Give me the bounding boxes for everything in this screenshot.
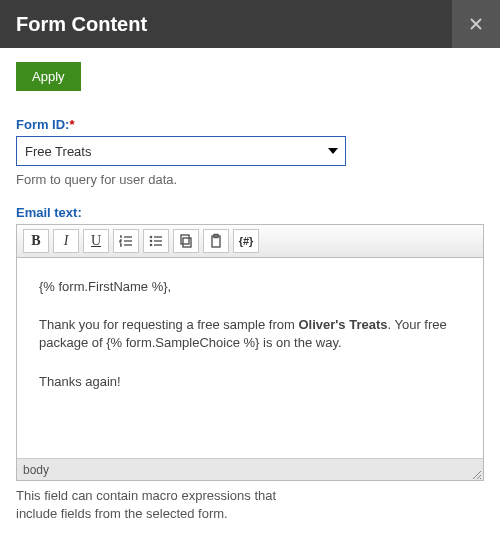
insert-macro-button[interactable]: {#} [233, 229, 259, 253]
apply-button[interactable]: Apply [16, 62, 81, 91]
svg-rect-12 [181, 235, 189, 244]
underline-button[interactable]: U [83, 229, 109, 253]
resize-icon [471, 469, 481, 479]
copy-icon [178, 233, 194, 249]
form-id-select[interactable]: Free Treats [16, 136, 346, 166]
email-signoff: Thanks again! [39, 373, 461, 391]
email-text-help: This field can contain macro expressions… [16, 487, 484, 522]
editor-status-bar: body [17, 458, 483, 480]
editor-path: body [23, 463, 49, 477]
unordered-list-button[interactable] [143, 229, 169, 253]
svg-line-15 [473, 471, 481, 479]
editor-toolbar: B I U [17, 225, 483, 258]
svg-line-17 [480, 478, 481, 479]
svg-rect-11 [183, 238, 191, 247]
form-id-help: Form to query for user data. [16, 172, 484, 187]
close-icon [468, 16, 484, 32]
email-text-label: Email text: [16, 205, 484, 220]
paste-icon [208, 233, 224, 249]
ordered-list-button[interactable] [113, 229, 139, 253]
paste-button[interactable] [203, 229, 229, 253]
rich-text-editor: B I U [16, 224, 484, 481]
email-greeting: {% form.FirstName %}, [39, 278, 461, 296]
email-paragraph: Thank you for requesting a free sample f… [39, 316, 461, 352]
unordered-list-icon [148, 233, 164, 249]
dialog-header: Form Content [0, 0, 500, 48]
bold-button[interactable]: B [23, 229, 49, 253]
form-id-selected: Free Treats [25, 144, 91, 159]
dialog-body: Apply Form ID:* Free Treats Form to quer… [0, 48, 500, 522]
svg-point-9 [150, 244, 153, 247]
italic-button[interactable]: I [53, 229, 79, 253]
form-id-label: Form ID:* [16, 117, 484, 132]
copy-button[interactable] [173, 229, 199, 253]
svg-point-5 [150, 236, 153, 239]
resize-handle[interactable] [471, 468, 481, 478]
close-button[interactable] [452, 0, 500, 48]
editor-content[interactable]: {% form.FirstName %}, Thank you for requ… [17, 258, 483, 458]
dialog-title: Form Content [16, 13, 147, 36]
svg-point-7 [150, 240, 153, 243]
ordered-list-icon [118, 233, 134, 249]
